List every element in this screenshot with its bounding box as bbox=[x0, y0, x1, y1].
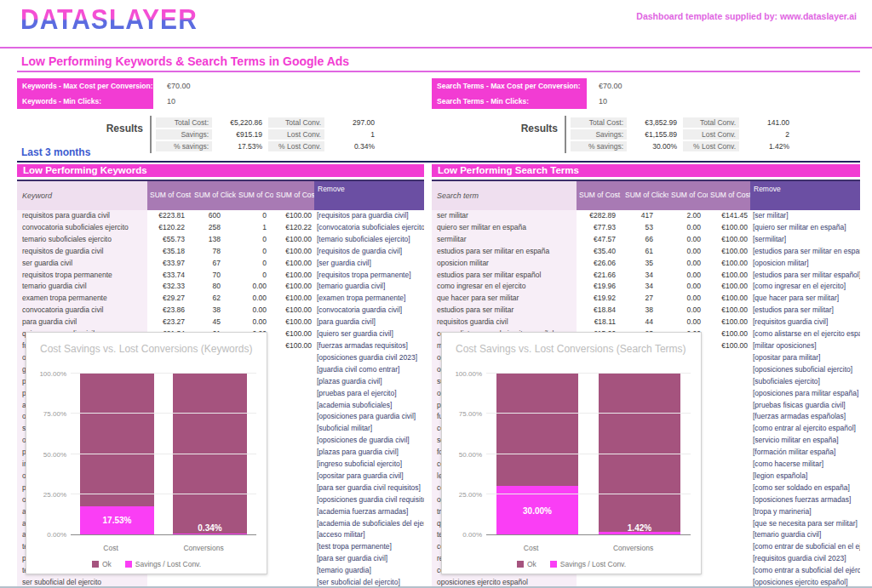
remove-link[interactable]: [oposiciones para militar españa] bbox=[750, 388, 860, 400]
value-cell bbox=[708, 471, 750, 482]
term-cell: oposicion militar bbox=[432, 258, 577, 270]
value-cell: 44 bbox=[622, 317, 668, 328]
config-value-min-clicks[interactable]: 10 bbox=[167, 94, 191, 109]
remove-link[interactable]: [temario guardia] bbox=[314, 565, 424, 577]
remove-link[interactable]: [academia suboficiales] bbox=[314, 400, 424, 412]
remove-link[interactable]: [temario guardia civil] bbox=[750, 529, 860, 541]
remove-link[interactable]: [convocatoria suboficiales ejercito] bbox=[314, 222, 424, 234]
remove-link[interactable]: [requisitos guardia civil] bbox=[750, 317, 860, 328]
stacked-bar-cost[interactable]: 30.00% bbox=[496, 374, 578, 534]
value-cell: €33.97 bbox=[147, 258, 192, 270]
result-value: €1,155.89 bbox=[629, 129, 680, 140]
remove-link[interactable]: [ser suboficial del ejercito] bbox=[314, 577, 424, 588]
remove-link[interactable]: [como ser soldado en españa] bbox=[750, 482, 860, 494]
remove-link[interactable]: [requisitos tropa permanente] bbox=[314, 270, 424, 282]
remove-link[interactable]: [pruebas para el ejercito] bbox=[314, 388, 424, 400]
remove-link[interactable]: [ser guardia civil] bbox=[314, 258, 424, 270]
remove-link[interactable]: [requisitos para guardia civil] bbox=[314, 210, 424, 222]
value-cell bbox=[708, 529, 750, 541]
results-label: Results bbox=[17, 116, 143, 134]
column-header: Remove bbox=[314, 181, 424, 210]
remove-link[interactable]: [estudios para ser militar español] bbox=[750, 270, 860, 282]
results-row: Savings:€915.19Lost Conv.1 bbox=[156, 129, 378, 140]
remove-link[interactable]: [legion española] bbox=[750, 471, 860, 482]
value-cell: €47.57 bbox=[577, 234, 622, 246]
config-value-max-cpc[interactable]: €70.00 bbox=[599, 78, 622, 94]
value-cell: €282.89 bbox=[577, 210, 622, 222]
remove-link[interactable]: [formación militar españa] bbox=[750, 447, 860, 459]
value-cell: 34 bbox=[622, 270, 668, 282]
value-cell: €100.00 bbox=[708, 305, 750, 317]
result-label: Total Conv. bbox=[683, 117, 739, 128]
remove-link[interactable]: [convocatoria guardia civil] bbox=[314, 305, 424, 317]
remove-link[interactable]: [tropa y marineria] bbox=[750, 506, 860, 518]
remove-link[interactable]: [plazas guardia civil] bbox=[314, 376, 424, 388]
remove-link[interactable]: [estudios para ser militar en españa] bbox=[750, 246, 860, 258]
remove-link[interactable]: [oposiciones de guardia civil] bbox=[314, 435, 424, 447]
chart-plot-area: 17.53%0.34%100.00%75.00%50.00%25.00%0.00… bbox=[71, 374, 256, 535]
remove-link[interactable]: [como ingresar en el ejercito] bbox=[750, 281, 860, 293]
config-value-min-clicks[interactable]: 10 bbox=[599, 94, 622, 109]
remove-link[interactable]: [temario guardia civil] bbox=[314, 281, 424, 293]
remove-link[interactable]: [suboficial militar] bbox=[314, 423, 424, 435]
remove-link[interactable]: [oposiciones suboficial ejercito] bbox=[750, 364, 860, 376]
remove-link[interactable]: [opositar para militar] bbox=[750, 352, 860, 364]
remove-link[interactable]: [opositar para guardia civil] bbox=[314, 471, 424, 482]
remove-link[interactable]: [quiero ser guardia civil] bbox=[314, 328, 424, 340]
value-cell: 0.00 bbox=[668, 305, 708, 317]
remove-link[interactable]: [suboficiales ejercito] bbox=[750, 376, 860, 388]
legend-item: Ok bbox=[92, 560, 112, 568]
remove-link[interactable]: [temario suboficiales ejercito] bbox=[314, 234, 424, 246]
remove-link[interactable]: [como hacerse militar] bbox=[750, 459, 860, 471]
value-cell: €23.86 bbox=[147, 305, 192, 317]
value-cell: €100.00 bbox=[273, 234, 314, 246]
remove-link[interactable]: [oposiciones para guardia civil] bbox=[314, 411, 424, 423]
remove-link[interactable]: [requisitos de guardia civil] bbox=[314, 246, 424, 258]
remove-link[interactable]: [ingreso suboficial ejercito] bbox=[314, 459, 424, 471]
remove-link[interactable]: [oposicion militar] bbox=[750, 258, 860, 270]
remove-link[interactable]: [requisitos guardia civil 2023] bbox=[750, 553, 860, 565]
remove-link[interactable]: [oposiciones guardia civil 2023] bbox=[314, 352, 424, 364]
remove-link[interactable]: [guardia civil como entrar] bbox=[314, 364, 424, 376]
remove-link[interactable]: [militar oposiciones] bbox=[750, 340, 860, 352]
remove-link[interactable]: [oposiciones ejercito español] bbox=[750, 577, 860, 588]
remove-link[interactable]: [academia de suboficiales del ejercito] bbox=[314, 518, 424, 530]
remove-link[interactable]: [fuerzas armadas requisitos] bbox=[314, 340, 424, 352]
remove-link[interactable]: [plazas para guardia civil] bbox=[314, 447, 424, 459]
remove-link[interactable]: [quiero ser militar en españa] bbox=[750, 222, 860, 234]
value-cell bbox=[708, 482, 750, 494]
bar-segment-savings bbox=[173, 534, 247, 534]
config-value-max-cpc[interactable]: €70.00 bbox=[167, 78, 191, 94]
remove-link[interactable]: [servicio militar en españa] bbox=[750, 435, 860, 447]
remove-link[interactable]: [para ser guardia civil] bbox=[314, 553, 424, 565]
remove-link[interactable]: [test tropa permanente] bbox=[314, 541, 424, 553]
remove-link[interactable]: [que se necesita para ser militar] bbox=[750, 518, 860, 530]
remove-link[interactable]: [acceso militar] bbox=[314, 529, 424, 541]
stacked-bar-cost[interactable]: 17.53% bbox=[80, 374, 154, 534]
value-cell: 70 bbox=[192, 270, 236, 282]
keywords-chart-card: Cost Savings vs. Lost Conversions (Keywo… bbox=[26, 332, 267, 574]
keywords-results-table: Total Cost:€5,220.86Total Conv.297.00Sav… bbox=[153, 116, 381, 153]
remove-link[interactable]: [estudios para ser militar] bbox=[750, 305, 860, 317]
value-cell: 45 bbox=[192, 317, 236, 328]
remove-link[interactable]: [como entrar al ejercito español] bbox=[750, 423, 860, 435]
remove-link[interactable]: [oposiciones fuerzas armadas] bbox=[750, 494, 860, 506]
legend-item: Ok bbox=[517, 560, 536, 568]
stacked-bar-conversions[interactable]: 1.42% bbox=[599, 374, 680, 534]
remove-link[interactable]: [para guardia civil] bbox=[314, 317, 424, 328]
remove-link[interactable]: [como alistarse en el ejercito español] bbox=[750, 328, 860, 340]
remove-link[interactable]: [sermilitar] bbox=[750, 234, 860, 246]
stacked-bar-conversions[interactable]: 0.34% bbox=[173, 374, 247, 534]
remove-link[interactable]: [fuerzas armadas españolas] bbox=[750, 411, 860, 423]
remove-link[interactable]: [para ser guardia civil requisitos] bbox=[314, 482, 424, 494]
remove-link[interactable]: [como entrar a suboficial del ejército] bbox=[750, 565, 860, 577]
remove-link[interactable]: [pruebas fisicas guardia civil] bbox=[750, 400, 860, 412]
remove-link[interactable]: [que hacer para ser militar] bbox=[750, 293, 860, 305]
remove-link[interactable]: [oposiciones guardia civil requisitos] bbox=[314, 494, 424, 506]
remove-link[interactable]: [ser militar] bbox=[750, 210, 860, 222]
remove-link[interactable]: [como entrar de suboficial en el ejercit… bbox=[750, 541, 860, 553]
x-axis-label: Cost bbox=[524, 544, 538, 552]
remove-link[interactable]: [examen tropa permanente] bbox=[314, 293, 424, 305]
remove-link[interactable]: [academia fuerzas armadas] bbox=[314, 506, 424, 518]
y-axis-tick: 75.00% bbox=[459, 410, 482, 418]
